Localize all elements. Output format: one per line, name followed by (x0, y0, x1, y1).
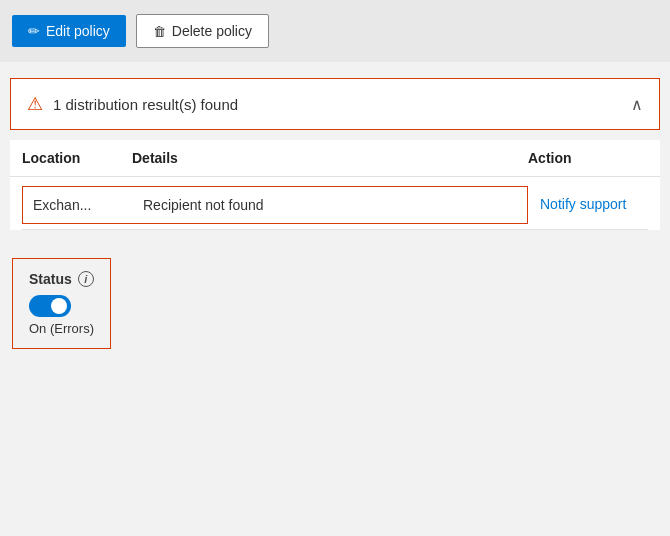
column-header-location: Location (22, 150, 132, 166)
status-label: Status (29, 271, 72, 287)
table-header: Location Details Action (10, 140, 660, 177)
status-header: Status i (29, 271, 94, 287)
cell-location: Exchan... (33, 197, 143, 213)
alert-banner: ⚠ 1 distribution result(s) found ∧ (10, 78, 660, 130)
edit-policy-button[interactable]: ✏ Edit policy (12, 15, 126, 47)
delete-policy-button[interactable]: 🗑 Delete policy (136, 14, 269, 48)
cell-details: Recipient not found (143, 197, 517, 213)
toolbar: ✏ Edit policy 🗑 Delete policy (0, 0, 670, 62)
table-row: Exchan... Recipient not found (22, 186, 528, 224)
status-toggle-container (29, 295, 94, 317)
column-header-action: Action (528, 150, 648, 166)
alert-message: 1 distribution result(s) found (53, 96, 238, 113)
warning-icon: ⚠ (27, 93, 43, 115)
toggle-slider (29, 295, 71, 317)
pencil-icon: ✏ (28, 23, 40, 39)
action-notify-support[interactable]: Notify support (528, 185, 648, 225)
column-header-details: Details (132, 150, 528, 166)
results-table: Location Details Action Exchan... Recipi… (10, 140, 660, 230)
status-section: Status i On (Errors) (12, 258, 111, 349)
row-divider (22, 229, 648, 230)
delete-policy-label: Delete policy (172, 23, 252, 39)
status-value: On (Errors) (29, 321, 94, 336)
collapse-chevron-icon[interactable]: ∧ (631, 95, 643, 114)
edit-policy-label: Edit policy (46, 23, 110, 39)
alert-left: ⚠ 1 distribution result(s) found (27, 93, 238, 115)
status-toggle[interactable] (29, 295, 71, 317)
trash-icon: 🗑 (153, 24, 166, 39)
info-icon[interactable]: i (78, 271, 94, 287)
